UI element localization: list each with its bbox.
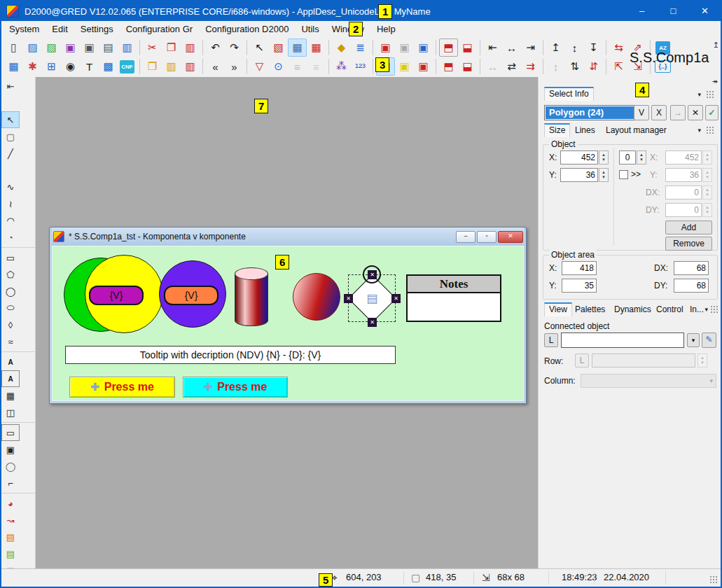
menu-item-settings[interactable]: Settings — [74, 21, 120, 38]
object-x-spinner[interactable]: ▲▼ — [599, 150, 609, 164]
menu-item-edit[interactable]: Edit — [46, 21, 74, 38]
maximize-button[interactable]: □ — [658, 1, 689, 21]
vertex-index-spinner[interactable]: ▲▼ — [637, 150, 646, 164]
button-rect-tool[interactable]: ▭ — [1, 424, 20, 441]
undo-icon[interactable]: ↶ — [206, 38, 225, 57]
panel-expand-icon[interactable]: ↠ — [712, 78, 718, 85]
connected-object-input[interactable] — [561, 332, 684, 348]
align-middle-icon[interactable]: ↕ — [565, 38, 584, 57]
redo-icon[interactable]: ↷ — [225, 38, 244, 57]
save-icon[interactable]: ▣ — [61, 38, 80, 57]
object-y-input[interactable]: 36 — [560, 168, 598, 182]
tab-dynamics[interactable]: Dynamics — [611, 302, 654, 316]
shift-checkbox[interactable] — [619, 170, 628, 179]
show-vertices-button[interactable]: V — [634, 105, 649, 120]
previous-icon[interactable]: « — [206, 57, 225, 76]
area-y-input[interactable]: 36 — [665, 168, 702, 182]
numbering-icon[interactable]: ¹²³ — [351, 57, 370, 76]
layers-off-icon[interactable]: ≡ — [307, 57, 326, 76]
rectangle-tool[interactable]: ▭ — [1, 249, 20, 266]
window-resize-grip[interactable] — [709, 575, 718, 584]
palette-icon[interactable]: ✱ — [23, 57, 42, 76]
menu-item-system[interactable]: System — [3, 21, 46, 38]
link-shapes-icon[interactable]: ◆ — [332, 38, 351, 57]
align-bottom-icon[interactable]: ↧ — [584, 38, 603, 57]
save-all-icon[interactable]: ▣ — [80, 38, 99, 57]
edit-connection-button[interactable]: ✎ — [702, 332, 716, 348]
panel-grip[interactable] — [710, 305, 719, 314]
zoom-icon[interactable]: ⊙ — [269, 57, 288, 76]
snap-grid-icon[interactable]: ▦ — [307, 38, 326, 57]
scheme-window-titlebar[interactable]: * S.S.Comp1a_tst - Komponenta v komponen… — [52, 227, 524, 246]
menu-item-configuration-gr[interactable]: Configuration Gr — [120, 21, 199, 38]
page-preview-icon[interactable]: ▥ — [118, 38, 137, 57]
press-me-button-cyan[interactable]: ✚ Press me — [183, 377, 288, 398]
pie-tool[interactable]: ◔ — [1, 229, 20, 246]
paste-icon[interactable]: ▥ — [181, 38, 200, 57]
paste-link-icon[interactable]: ▥ — [181, 57, 200, 76]
panel-grip[interactable] — [706, 126, 715, 134]
bar-strip-tool[interactable]: ▤ — [1, 528, 20, 545]
collapse-toolbox-icon[interactable]: ⇤ — [1, 78, 20, 94]
record-icon[interactable]: ◉ — [61, 57, 80, 76]
unlink-button[interactable]: ✕ — [688, 105, 703, 120]
text-tool[interactable]: A — [1, 354, 20, 370]
dx-spinner[interactable]: ▲▼ — [702, 186, 712, 200]
selected-object-field[interactable]: Polygon (24) — [544, 105, 635, 120]
structure-icon[interactable]: ≣ — [351, 38, 370, 57]
group-edit-icon[interactable]: ▣ — [414, 57, 433, 76]
table-icon[interactable]: ▦ — [4, 57, 23, 76]
arc-tool[interactable]: ◠ — [1, 212, 20, 229]
ellipse-tool[interactable]: ⬭ — [1, 300, 20, 316]
same-size-icon[interactable]: ⇆ — [609, 38, 628, 57]
tab-layout-manager[interactable]: Layout manager — [603, 123, 669, 137]
selection-handle-bottom[interactable]: ✕ — [368, 318, 377, 327]
scheme-minimize-button[interactable]: – — [456, 231, 475, 243]
value-pill-orange[interactable]: {V} — [164, 286, 218, 305]
table-tool[interactable]: ▦ — [1, 387, 20, 404]
menu-item-utils[interactable]: Utils — [295, 21, 325, 38]
line-tool[interactable]: ╱ — [1, 145, 20, 162]
paste-special-icon[interactable]: ▥ — [162, 57, 181, 76]
dy-spinner[interactable]: ▲▼ — [702, 203, 712, 217]
align-left-icon[interactable]: ⇤ — [483, 38, 502, 57]
tab-view[interactable]: View — [544, 302, 572, 316]
area-x-spinner[interactable]: ▲▼ — [702, 150, 712, 164]
local-variable-button[interactable]: L — [544, 333, 558, 347]
resize-up-icon[interactable]: ⇱ — [609, 57, 628, 76]
align-center-icon[interactable]: ↔ — [502, 38, 521, 57]
cut-icon[interactable]: ✂ — [143, 38, 162, 57]
apply-button[interactable]: ✓ — [705, 105, 718, 120]
object-area-dx[interactable]: 68 — [674, 261, 709, 275]
scheme-area[interactable]: {V} {V} ▤ ✕ ✕ ✕ ✕ Notes Tooltip with dec… — [52, 246, 524, 401]
scheme-close-button[interactable]: ✕ — [498, 231, 523, 243]
object-area-y[interactable]: 35 — [562, 279, 597, 293]
cylinder-shape[interactable] — [235, 273, 268, 326]
object-y-spinner[interactable]: ▲▼ — [599, 168, 609, 182]
align-right-icon[interactable]: ⇥ — [521, 38, 540, 57]
diamond-tool[interactable]: ◊ — [1, 316, 20, 333]
selection-handle-left[interactable]: ✕ — [344, 294, 353, 303]
area-y-spinner[interactable]: ▲▼ — [702, 168, 712, 182]
circle-tool[interactable]: ◯ — [1, 283, 20, 300]
trend-graph-tool[interactable]: ↝ — [1, 512, 20, 528]
stretch-height-icon[interactable]: ⇅ — [565, 57, 584, 76]
remove-button[interactable]: Remove — [665, 237, 712, 251]
image-icon[interactable]: ▩ — [99, 57, 118, 76]
filter-icon[interactable]: ▽ — [250, 57, 269, 76]
text-icon[interactable]: T — [80, 57, 99, 76]
panel-grip[interactable] — [706, 90, 715, 99]
minimize-button[interactable]: – — [626, 1, 658, 21]
dx-input[interactable]: 0 — [665, 186, 702, 200]
corner-tool[interactable]: ⌐ — [1, 475, 20, 491]
delete-vertex-button[interactable]: X — [651, 105, 667, 120]
scheme-window[interactable]: * S.S.Comp1a_tst - Komponenta v komponen… — [49, 227, 527, 404]
press-me-button-yellow[interactable]: ✚ Press me — [69, 377, 175, 398]
chevron-down-icon[interactable]: ▾ — [697, 127, 701, 134]
menu-item-configuration-d2000[interactable]: Configuration D2000 — [199, 21, 295, 38]
sphere-shape[interactable] — [293, 273, 340, 321]
blocks-icon[interactable]: ⊞ — [42, 57, 61, 76]
freehand-tool[interactable]: ≈ — [1, 333, 20, 350]
same-width-icon[interactable]: ↔ — [483, 57, 502, 76]
pointer-tool[interactable]: ↖ — [1, 111, 20, 128]
